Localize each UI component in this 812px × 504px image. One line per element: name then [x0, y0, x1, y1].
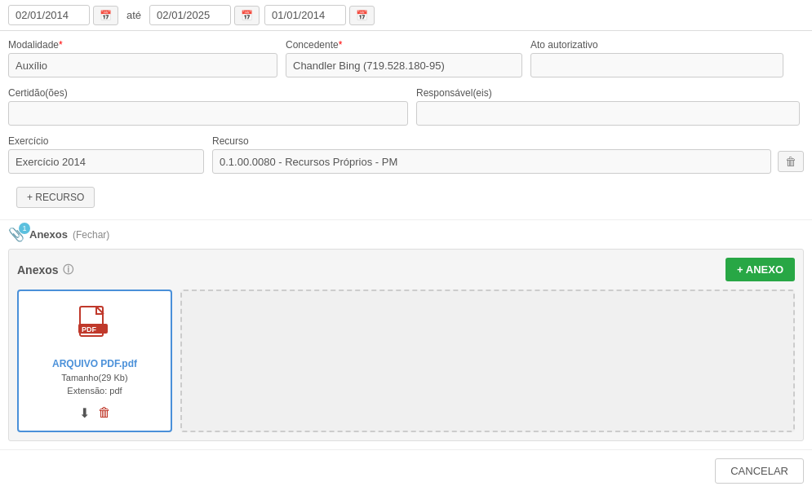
recurso-row: 🗑	[212, 149, 804, 174]
add-recurso-button[interactable]: + RECURSO	[16, 187, 95, 208]
concedente-field: Concedente*	[286, 39, 522, 77]
certidao-field: Certidão(ões)	[8, 87, 408, 126]
form-row-2: Certidão(ões) Responsável(eis)	[8, 87, 804, 126]
concedente-input[interactable]	[286, 53, 522, 77]
date-single-input[interactable]	[264, 5, 346, 25]
form-row-1: Modalidade* Concedente* Ato autorizativo	[8, 39, 804, 77]
date-start-input[interactable]	[8, 5, 90, 25]
certidao-label: Certidão(ões)	[8, 87, 408, 99]
ate-label: até	[123, 9, 144, 21]
calendar-end-icon: 📅	[241, 10, 253, 21]
ato-label: Ato autorizativo	[530, 39, 783, 51]
top-date-bar: 📅 até 📅 📅	[0, 0, 812, 31]
trash-icon: 🗑	[785, 155, 796, 168]
responsavel-label: Responsável(eis)	[416, 87, 800, 99]
anexos-toggle-bar: 📎 1 Anexos (Fechar)	[0, 219, 812, 249]
date-end-group: 📅	[149, 5, 260, 25]
anexos-panel-header: Anexos ⓘ + ANEXO	[17, 258, 795, 281]
calendar-end-btn[interactable]: 📅	[234, 6, 260, 25]
paperclip-badge: 📎 1	[8, 227, 24, 242]
delete-icon: 🗑	[98, 405, 111, 419]
anexos-panel: Anexos ⓘ + ANEXO PDF ARQUIVO PDF.pdf Tam…	[8, 249, 804, 441]
add-recurso-wrapper: + RECURSO	[0, 183, 812, 219]
delete-button[interactable]: 🗑	[98, 405, 111, 421]
anexos-toggle-label[interactable]: Anexos	[29, 228, 68, 241]
pdf-icon: PDF	[78, 306, 111, 350]
modalidade-label: Modalidade*	[8, 39, 277, 51]
concedente-label: Concedente*	[286, 39, 522, 51]
modalidade-input[interactable]	[8, 53, 277, 77]
cancelar-button[interactable]: CANCELAR	[715, 458, 804, 484]
certidao-input[interactable]	[8, 101, 408, 126]
anexos-badge-count: 1	[19, 223, 30, 234]
exercicio-field: Exercício	[8, 135, 204, 174]
recurso-delete-btn[interactable]: 🗑	[778, 151, 804, 172]
date-single-group: 📅	[264, 5, 375, 25]
form-row-3: Exercício Recurso 🗑	[8, 135, 804, 174]
exercicio-label: Exercício	[8, 135, 204, 147]
fechar-link[interactable]: (Fechar)	[73, 229, 109, 241]
recurso-field: Recurso 🗑	[212, 135, 804, 174]
responsavel-field: Responsável(eis)	[416, 87, 800, 126]
add-anexo-button[interactable]: + ANEXO	[725, 258, 795, 281]
calendar-single-btn[interactable]: 📅	[349, 6, 375, 25]
calendar-single-icon: 📅	[356, 10, 368, 21]
footer-bar: CANCELAR	[0, 449, 812, 492]
anexo-filename: ARQUIVO PDF.pdf	[52, 358, 137, 369]
anexo-actions: ⬇ 🗑	[79, 405, 111, 421]
info-icon[interactable]: ⓘ	[63, 263, 73, 277]
anexo-size: Tamanho(29 Kb)	[61, 373, 127, 382]
date-end-input[interactable]	[149, 5, 231, 25]
responsavel-input[interactable]	[416, 101, 800, 126]
date-start-group: 📅	[8, 5, 118, 25]
anexos-grid: PDF ARQUIVO PDF.pdf Tamanho(29 Kb) Exten…	[17, 290, 795, 432]
calendar-start-icon: 📅	[100, 10, 112, 21]
modalidade-field: Modalidade*	[8, 39, 277, 77]
exercicio-input[interactable]	[8, 149, 204, 174]
form-section: Modalidade* Concedente* Ato autorizativo…	[0, 31, 812, 174]
calendar-start-btn[interactable]: 📅	[93, 6, 118, 25]
recurso-label: Recurso	[212, 135, 804, 147]
ato-input[interactable]	[530, 53, 783, 77]
download-icon: ⬇	[79, 406, 90, 420]
recurso-input[interactable]	[212, 149, 771, 174]
anexos-panel-title: Anexos ⓘ	[17, 263, 73, 277]
ato-field: Ato autorizativo	[530, 39, 783, 77]
download-button[interactable]: ⬇	[79, 405, 90, 421]
drop-zone[interactable]	[180, 290, 795, 432]
anexo-card: PDF ARQUIVO PDF.pdf Tamanho(29 Kb) Exten…	[17, 290, 172, 432]
svg-text:PDF: PDF	[82, 325, 97, 334]
anexo-ext: Extensão: pdf	[67, 386, 122, 396]
